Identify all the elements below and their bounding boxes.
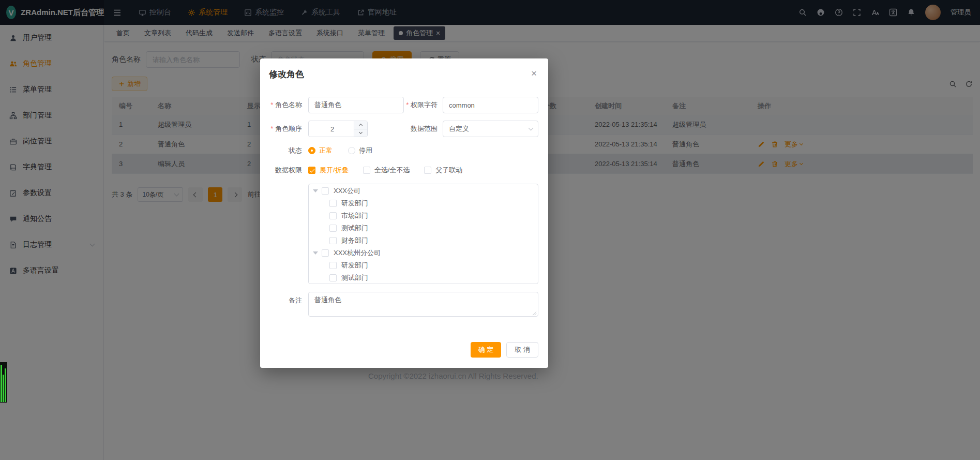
checkbox-select-all[interactable]: 全选/全不选	[363, 166, 410, 175]
role-key-field[interactable]	[443, 97, 538, 113]
perf-monitor-widget[interactable]	[0, 362, 7, 403]
increase-button[interactable]	[354, 121, 367, 129]
tree-node[interactable]: XXX杭州分公司	[309, 247, 538, 259]
data-scope-label: 数据范围	[404, 124, 443, 133]
role-key-label: 权限字符	[404, 100, 443, 110]
close-icon[interactable]	[531, 68, 537, 78]
checkbox-icon[interactable]	[322, 249, 329, 257]
tree-node[interactable]: 测试部门	[309, 272, 538, 284]
checkbox-parent-child-link[interactable]: 父子联动	[424, 166, 462, 175]
checkbox-icon[interactable]	[329, 225, 337, 232]
resize-grip-icon[interactable]	[532, 311, 537, 316]
radio-checked-icon	[308, 147, 315, 154]
checkbox-expand-collapse[interactable]: 展开/折叠	[308, 166, 349, 175]
tree-node[interactable]: 财务部门	[309, 234, 538, 247]
checkbox-checked-icon	[308, 167, 315, 174]
decrease-button[interactable]	[354, 129, 367, 137]
caret-down-icon	[313, 189, 318, 192]
tree-node[interactable]: 市场部门	[309, 210, 538, 222]
tree-node[interactable]: 测试部门	[309, 222, 538, 234]
radio-unchecked-icon	[348, 147, 355, 154]
role-name-label: 角色名称	[260, 100, 308, 110]
checkbox-icon[interactable]	[322, 187, 329, 195]
data-permission-label: 数据权限	[260, 166, 308, 175]
remark-label: 备注	[260, 292, 308, 305]
tree-node[interactable]: XXX公司	[309, 185, 538, 197]
tree-node[interactable]: 研发部门	[309, 197, 538, 210]
dialog-title: 修改角色	[269, 68, 304, 80]
perf-bar	[1, 365, 2, 402]
checkbox-icon[interactable]	[329, 262, 337, 269]
caret-down-icon	[313, 251, 318, 255]
checkbox-icon[interactable]	[329, 237, 337, 244]
perf-bar	[5, 368, 6, 402]
role-name-field[interactable]	[308, 97, 404, 113]
status-label: 状态	[260, 146, 308, 155]
radio-status-normal[interactable]: 正常	[308, 146, 333, 155]
permission-tree: XXX公司 研发部门 市场部门 测试部门 财务部门 XXX杭州分公司	[308, 184, 538, 284]
remark-field[interactable]: 普通角色	[308, 292, 538, 317]
confirm-button[interactable]: 确 定	[471, 342, 502, 358]
chevron-down-icon	[529, 126, 534, 131]
role-order-stepper	[308, 121, 368, 137]
checkbox-icon[interactable]	[329, 200, 337, 207]
edit-role-dialog: 修改角色 角色名称 权限字符 角色顺序 数据范围 自定义	[260, 58, 548, 368]
tree-node[interactable]: 研发部门	[309, 259, 538, 272]
checkbox-icon[interactable]	[329, 212, 337, 219]
role-order-label: 角色顺序	[260, 124, 308, 133]
checkbox-icon	[424, 167, 431, 174]
checkbox-icon	[363, 167, 370, 174]
data-scope-select[interactable]: 自定义	[443, 121, 538, 137]
radio-status-disabled[interactable]: 停用	[348, 146, 372, 155]
perf-bar	[3, 375, 4, 402]
checkbox-icon[interactable]	[329, 274, 337, 281]
cancel-button[interactable]: 取 消	[506, 342, 538, 358]
